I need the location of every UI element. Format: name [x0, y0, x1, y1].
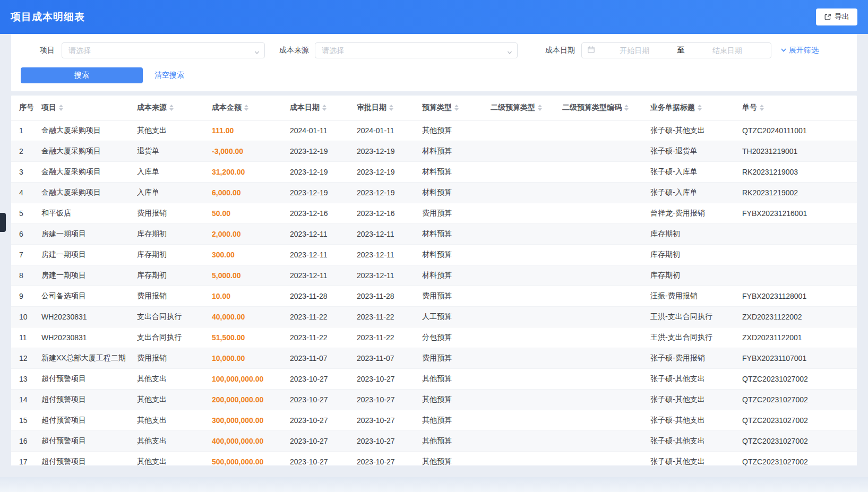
column-header-doc-no[interactable]: 单号	[734, 96, 857, 120]
column-header-sub-budget-type[interactable]: 二级预算类型	[483, 96, 554, 120]
sort-icon[interactable]	[760, 105, 764, 111]
column-header-approval-date[interactable]: 审批日期	[349, 96, 414, 120]
cell-doc-title: 张子硕-其他支出	[642, 389, 734, 410]
cell-index: 16	[11, 430, 33, 451]
cell-doc-no: QTZC20231027002	[734, 451, 857, 465]
column-header-cost-amount[interactable]: 成本金额	[204, 96, 282, 120]
cell-doc-title: 张子硕-入库单	[642, 161, 734, 182]
cell-doc-title: 张子硕-费用报销	[642, 348, 734, 368]
cost-source-filter-label: 成本来源	[279, 46, 309, 55]
column-header-cost-date[interactable]: 成本日期	[282, 96, 349, 120]
cell-cost-amount: 500,000,000.00	[204, 451, 282, 465]
sort-icon[interactable]	[59, 105, 63, 111]
expand-filters-label: 展开筛选	[789, 46, 819, 55]
cell-doc-no: FYBX20231128001	[734, 286, 857, 306]
cell-budget-type: 材料预算	[414, 223, 483, 244]
cell-doc-no: FYBX20231216001	[734, 203, 857, 223]
cell-budget-type: 人工预算	[414, 306, 483, 327]
table-row: 3金融大厦采购项目入库单31,200.002023-12-192023-12-1…	[11, 161, 857, 182]
cell-index: 15	[11, 410, 33, 430]
cell-doc-no: QTZC20231027002	[734, 368, 857, 389]
sort-icon[interactable]	[389, 105, 393, 111]
cell-cost-amount: 51,500.00	[204, 327, 282, 348]
cell-project: WH20230831	[33, 327, 129, 348]
cell-sub-budget-type	[483, 141, 554, 161]
column-header-project[interactable]: 项目	[33, 96, 129, 120]
end-date-input[interactable]	[689, 46, 766, 55]
expand-filters-link[interactable]: 展开筛选	[780, 46, 819, 55]
cell-cost-amount: 400,000,000.00	[204, 430, 282, 451]
sort-icon[interactable]	[624, 105, 629, 111]
cell-approval-date: 2023-10-27	[349, 389, 414, 410]
cell-cost-amount: 5,000.00	[204, 265, 282, 286]
column-label: 成本来源	[137, 103, 167, 111]
cell-doc-no: QTZC20240111001	[734, 120, 857, 141]
cell-cost-source: 费用报销	[129, 203, 204, 223]
cell-index: 17	[11, 451, 33, 465]
cell-sub-budget-type	[483, 327, 554, 348]
start-date-input[interactable]	[596, 46, 673, 55]
cell-cost-date: 2023-12-19	[282, 141, 349, 161]
cell-doc-no: RK20231219003	[734, 161, 857, 182]
cost-detail-table: 序号项目成本来源成本金额成本日期审批日期预算类型二级预算类型二级预算类型编码业务…	[11, 96, 857, 465]
left-drawer-handle[interactable]	[0, 213, 6, 232]
cell-cost-date: 2023-11-22	[282, 327, 349, 348]
sort-icon[interactable]	[244, 105, 248, 111]
cell-doc-no: TH20231219001	[734, 141, 857, 161]
cell-cost-source: 其他支出	[129, 368, 204, 389]
cell-project: 金融大厦采购项目	[33, 161, 129, 182]
export-button[interactable]: 导出	[816, 8, 857, 25]
project-select[interactable]	[62, 42, 265, 58]
cell-approval-date: 2024-01-11	[349, 120, 414, 141]
cell-sub-budget-type-code	[554, 389, 642, 410]
table-row: 7房建一期项目库存期初300.002023-12-112023-12-11材料预…	[11, 244, 857, 265]
table-row: 12新建XX总部大厦工程二期费用报销10,000.002023-11-07202…	[11, 348, 857, 368]
cell-doc-title: 张子硕-其他支出	[642, 430, 734, 451]
cost-source-select-input[interactable]	[315, 42, 518, 58]
sort-icon[interactable]	[698, 105, 702, 111]
cell-project: 新建XX总部大厦工程二期	[33, 348, 129, 368]
cell-project: 超付预警项目	[33, 389, 129, 410]
sort-icon[interactable]	[454, 105, 459, 111]
cell-index: 4	[11, 182, 33, 203]
cell-approval-date: 2023-10-27	[349, 410, 414, 430]
cell-sub-budget-type	[483, 368, 554, 389]
cell-budget-type: 材料预算	[414, 265, 483, 286]
cell-approval-date: 2023-12-11	[349, 223, 414, 244]
project-select-input[interactable]	[62, 42, 265, 58]
sort-icon[interactable]	[322, 105, 326, 111]
sort-icon[interactable]	[538, 105, 542, 111]
table-row: 10WH20230831支出合同执行40,000.002023-11-22202…	[11, 306, 857, 327]
cell-approval-date: 2023-11-22	[349, 306, 414, 327]
column-header-sub-budget-type-code[interactable]: 二级预算类型编码	[554, 96, 642, 120]
cell-budget-type: 材料预算	[414, 244, 483, 265]
cell-cost-amount: 50.00	[204, 203, 282, 223]
cell-cost-date: 2023-12-16	[282, 203, 349, 223]
cell-doc-title: 张子硕-其他支出	[642, 451, 734, 465]
cell-cost-source: 其他支出	[129, 410, 204, 430]
cell-budget-type: 其他预算	[414, 430, 483, 451]
cost-source-select[interactable]	[315, 42, 518, 58]
cell-budget-type: 材料预算	[414, 141, 483, 161]
chevron-down-icon	[507, 48, 512, 53]
clear-search-link[interactable]: 清空搜索	[154, 71, 184, 80]
sort-icon[interactable]	[169, 105, 174, 111]
cell-budget-type: 其他预算	[414, 410, 483, 430]
search-button[interactable]: 搜索	[21, 67, 143, 83]
cell-sub-budget-type	[483, 120, 554, 141]
column-header-budget-type[interactable]: 预算类型	[414, 96, 483, 120]
cell-cost-source: 库存期初	[129, 265, 204, 286]
table-row: 15超付预警项目其他支出300,000,000.002023-10-272023…	[11, 410, 857, 430]
cell-budget-type: 其他预算	[414, 451, 483, 465]
cell-budget-type: 其他预算	[414, 120, 483, 141]
column-header-cost-source[interactable]: 成本来源	[129, 96, 204, 120]
cell-budget-type: 费用预算	[414, 203, 483, 223]
cell-sub-budget-type	[483, 430, 554, 451]
cell-approval-date: 2023-10-27	[349, 368, 414, 389]
cost-date-range-picker[interactable]: 至	[581, 42, 771, 58]
cell-index: 7	[11, 244, 33, 265]
column-header-doc-title[interactable]: 业务单据标题	[642, 96, 734, 120]
cell-sub-budget-type	[483, 223, 554, 244]
cell-doc-title: 曾祥龙-费用报销	[642, 203, 734, 223]
cell-budget-type: 其他预算	[414, 368, 483, 389]
